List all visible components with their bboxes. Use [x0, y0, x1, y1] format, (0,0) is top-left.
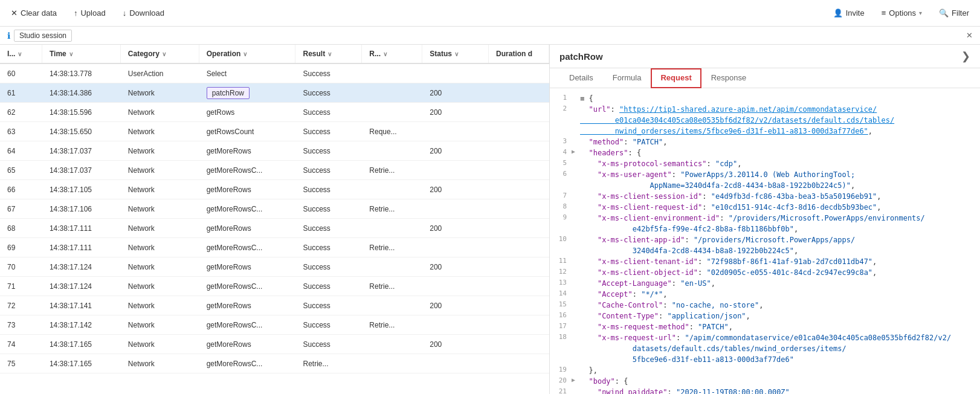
cell-r	[362, 226, 422, 231]
code-line: 5 "x-ms-protocol-semantics": "cdp",	[550, 158, 980, 169]
table-row[interactable]: 62 14:38:15.596 Network getRows Success …	[0, 103, 549, 122]
cell-status: 200	[422, 86, 489, 100]
tab-response[interactable]: Response	[701, 68, 756, 88]
table-row[interactable]: 68 14:38:17.111 Network getMoreRows Succ…	[0, 219, 549, 238]
cell-result: Success	[295, 67, 362, 80]
table-row[interactable]: 65 14:38:17.037 Network getMoreRowsC... …	[0, 161, 549, 180]
column-header-time[interactable]: Time ∨	[42, 45, 121, 63]
column-header-operation[interactable]: Operation ∨	[199, 45, 296, 63]
cell-id: 69	[0, 241, 42, 254]
table-row[interactable]: 60 14:38:13.778 UserAction Select Succes…	[0, 64, 549, 83]
expand-icon[interactable]: ▶	[572, 147, 580, 155]
table-row[interactable]: 61 14:38:14.386 Network patchRow Success…	[0, 83, 549, 103]
sort-chevron-result: ∨	[327, 51, 332, 57]
cell-id: 73	[0, 318, 42, 332]
column-header-duration[interactable]: Duration d	[489, 45, 549, 63]
upload-button[interactable]: ↑ Upload	[70, 6, 109, 20]
column-header-r[interactable]: R... ∨	[362, 45, 422, 63]
cell-id: 61	[0, 86, 42, 100]
cell-result: Success	[295, 318, 362, 332]
filter-button[interactable]: 🔍 Filter	[935, 6, 973, 20]
download-label: Download	[129, 8, 164, 18]
line-number: 13	[555, 278, 572, 286]
column-header-status[interactable]: Status ∨	[422, 45, 489, 63]
detail-title: patchRow	[559, 51, 603, 62]
table-row[interactable]: 73 14:38:17.142 Network getMoreRowsC... …	[0, 315, 549, 335]
code-line: 15 "Cache-Control": "no-cache, no-store"…	[550, 300, 980, 311]
table-row[interactable]: 67 14:38:17.106 Network getMoreRowsC... …	[0, 199, 549, 219]
column-header-id[interactable]: I... ∨	[0, 45, 42, 63]
table-row[interactable]: 70 14:38:17.124 Network getMoreRows Succ…	[0, 257, 549, 277]
tab-formula[interactable]: Formula	[603, 68, 651, 88]
panel-nav-button[interactable]: ❯	[961, 50, 970, 63]
line-content: "Accept": "*/*",	[580, 289, 975, 300]
cell-id: 60	[0, 67, 42, 80]
table-row[interactable]: 66 14:38:17.105 Network getMoreRows Succ…	[0, 180, 549, 199]
cell-r	[362, 71, 422, 76]
cell-operation: getRowsCount	[199, 125, 296, 138]
cell-status	[422, 207, 489, 212]
filter-icon: 🔍	[939, 8, 949, 18]
table-row[interactable]: 63 14:38:15.650 Network getRowsCount Suc…	[0, 122, 549, 141]
column-header-category[interactable]: Category ∨	[121, 45, 199, 63]
expand-icon[interactable]: ▶	[572, 376, 580, 383]
upload-label: Upload	[80, 8, 105, 18]
cell-duration	[489, 323, 549, 328]
table-body[interactable]: 60 14:38:13.778 UserAction Select Succes…	[0, 64, 549, 394]
options-label: Options	[889, 8, 916, 18]
download-button[interactable]: ↓ Download	[119, 6, 168, 20]
table-row[interactable]: 74 14:38:17.165 Network getMoreRows Succ…	[0, 335, 549, 354]
code-line: 20 ▶ "body": {	[550, 376, 980, 387]
cell-status	[422, 245, 489, 250]
cell-operation: getRows	[199, 106, 296, 119]
code-area[interactable]: 1 ≡ { 2 "url": "https://tip1-shared.azur…	[550, 88, 980, 394]
table-row[interactable]: 75 14:38:17.165 Network getMoreRowsC... …	[0, 354, 549, 373]
cell-category: Network	[121, 357, 199, 370]
table-row[interactable]: 71 14:38:17.124 Network getMoreRowsC... …	[0, 277, 549, 296]
cell-time: 14:38:13.778	[42, 67, 121, 80]
cell-id: 63	[0, 125, 42, 138]
cell-time: 14:38:15.596	[42, 106, 121, 119]
cell-category: Network	[121, 299, 199, 312]
cell-id: 68	[0, 222, 42, 235]
session-close-button[interactable]: ✕	[966, 31, 973, 40]
cell-category: Network	[121, 144, 199, 158]
line-content: },	[580, 365, 975, 376]
clear-data-button[interactable]: ✕ Clear data	[7, 6, 60, 20]
cell-result: Success	[295, 202, 362, 216]
cell-result: Retrie...	[295, 357, 362, 370]
tab-details[interactable]: Details	[559, 68, 603, 88]
options-icon: ≡	[882, 8, 886, 18]
cell-time: 14:38:17.037	[42, 144, 121, 158]
table-row[interactable]: 72 14:38:17.141 Network getMoreRows Succ…	[0, 296, 549, 315]
code-line: 21 "nwind_paiddate": "2020-11-19T08:00:0…	[550, 387, 980, 394]
table-row[interactable]: 64 14:38:17.037 Network getMoreRows Succ…	[0, 141, 549, 161]
tab-request[interactable]: Request	[651, 68, 701, 88]
cell-status: 200	[422, 183, 489, 196]
invite-button[interactable]: 👤 Invite	[830, 6, 868, 20]
line-content: "x-ms-client-environment-id": "/provider…	[580, 213, 975, 234]
cell-result: Success	[295, 280, 362, 293]
sort-chevron-id: ∨	[18, 51, 22, 57]
line-number: 20	[555, 376, 572, 384]
cell-category: Network	[121, 164, 199, 177]
invite-icon: 👤	[833, 8, 843, 18]
cell-operation: getMoreRowsC...	[199, 318, 296, 332]
cell-status	[422, 284, 489, 289]
line-content: "x-ms-client-session-id": "e4d9fb3d-fc86…	[580, 191, 975, 202]
expand-icon	[572, 191, 580, 192]
sort-chevron-status: ∨	[454, 51, 459, 57]
main-layout: I... ∨ Time ∨ Category ∨ Operation ∨ Res…	[0, 45, 980, 394]
options-button[interactable]: ≡ Options ▾	[878, 6, 926, 20]
toolbar: ✕ Clear data ↑ Upload ↓ Download 👤 Invit…	[0, 0, 980, 27]
cell-result: Success	[295, 144, 362, 158]
session-label: Studio session	[19, 31, 66, 40]
upload-icon: ↑	[74, 8, 78, 18]
code-line: 4 ▶ "headers": {	[550, 147, 980, 158]
session-badge: Studio session	[14, 30, 72, 42]
code-line: 14 "Accept": "*/*",	[550, 289, 980, 300]
column-header-result[interactable]: Result ∨	[295, 45, 362, 63]
line-number: 8	[555, 202, 572, 210]
table-row[interactable]: 69 14:38:17.111 Network getMoreRowsC... …	[0, 238, 549, 257]
cell-duration	[489, 245, 549, 250]
